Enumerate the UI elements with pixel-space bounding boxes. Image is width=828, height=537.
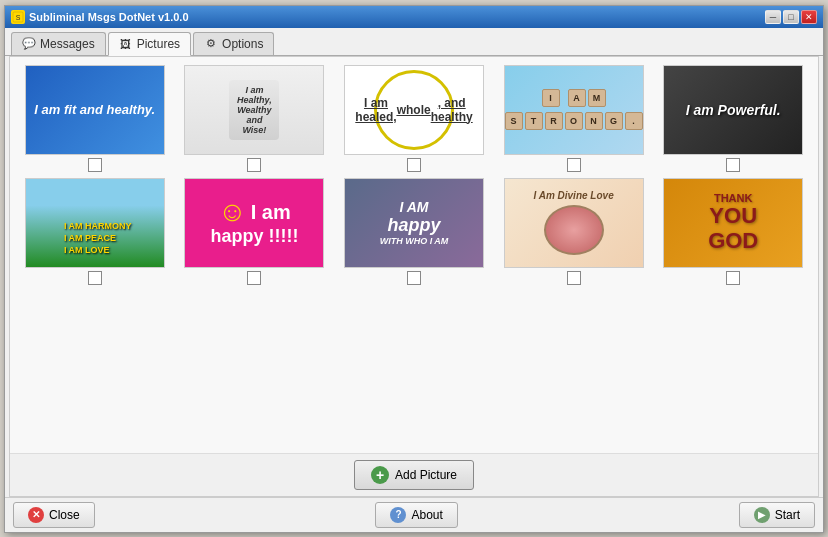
close-button[interactable]: ✕ Close [13, 502, 95, 528]
title-bar-controls: ─ □ ✕ [765, 10, 817, 24]
start-icon: ▶ [754, 507, 770, 523]
add-picture-bar: + Add Picture [10, 453, 818, 496]
gallery-image-7[interactable]: ☺ I am happy !!!!! [184, 178, 324, 268]
close-label: Close [49, 508, 80, 522]
image-content-2: I amHealthy,Wealthyand Wise! [185, 66, 323, 154]
minimize-button[interactable]: ─ [765, 10, 781, 24]
gallery-item-7: ☺ I am happy !!!!! [178, 178, 332, 285]
footer-bar: ✕ Close ? About ▶ Start [5, 497, 823, 532]
gallery-checkbox-7[interactable] [247, 271, 261, 285]
gallery-item-1: I am fit and healthy. [18, 65, 172, 172]
image-content-5: I am Powerful. [664, 66, 802, 154]
image-content-7: ☺ I am happy !!!!! [185, 179, 323, 267]
about-icon: ? [390, 507, 406, 523]
about-label: About [411, 508, 442, 522]
start-label: Start [775, 508, 800, 522]
messages-tab-icon: 💬 [22, 37, 36, 51]
add-picture-icon: + [371, 466, 389, 484]
gallery-checkbox-1[interactable] [88, 158, 102, 172]
pictures-tab-label: Pictures [137, 37, 180, 51]
maximize-button[interactable]: □ [783, 10, 799, 24]
image-content-4: I A M S T R O N [505, 66, 643, 154]
app-icon: S [11, 10, 25, 24]
svg-text:S: S [16, 14, 21, 21]
gallery-checkbox-4[interactable] [567, 158, 581, 172]
gallery-checkbox-3[interactable] [407, 158, 421, 172]
gallery-image-2[interactable]: I amHealthy,Wealthyand Wise! [184, 65, 324, 155]
gallery-area: I am fit and healthy. I amHealthy,Wealth… [10, 57, 818, 453]
gallery-image-6[interactable]: I AM HARMONY I AM PEACE I AM LOVE [25, 178, 165, 268]
start-button[interactable]: ▶ Start [739, 502, 815, 528]
gallery-item-2: I amHealthy,Wealthyand Wise! [178, 65, 332, 172]
window-title: Subliminal Msgs DotNet v1.0.0 [29, 11, 189, 23]
gallery-checkbox-9[interactable] [567, 271, 581, 285]
gallery-item-10: THANK YOU GOD [656, 178, 810, 285]
title-bar-left: S Subliminal Msgs DotNet v1.0.0 [11, 10, 189, 24]
gallery-checkbox-6[interactable] [88, 271, 102, 285]
messages-tab-label: Messages [40, 37, 95, 51]
image-content-3: I amhealed,whole, andhealthy [345, 66, 483, 154]
gallery-item-6: I AM HARMONY I AM PEACE I AM LOVE [18, 178, 172, 285]
close-window-button[interactable]: ✕ [801, 10, 817, 24]
tab-pictures[interactable]: 🖼 Pictures [108, 32, 191, 56]
gallery-item-9: I Am Divine Love [497, 178, 651, 285]
image-content-8: I AM happy WITH WHO I AM [345, 179, 483, 267]
gallery-checkbox-10[interactable] [726, 271, 740, 285]
tab-options[interactable]: ⚙ Options [193, 32, 274, 55]
image-content-6: I AM HARMONY I AM PEACE I AM LOVE [26, 179, 164, 267]
gallery-checkbox-5[interactable] [726, 158, 740, 172]
pictures-tab-icon: 🖼 [119, 37, 133, 51]
gallery-image-1[interactable]: I am fit and healthy. [25, 65, 165, 155]
image-content-9: I Am Divine Love [505, 179, 643, 267]
gallery-item-5: I am Powerful. [656, 65, 810, 172]
main-window: S Subliminal Msgs DotNet v1.0.0 ─ □ ✕ 💬 … [4, 5, 824, 533]
close-icon: ✕ [28, 507, 44, 523]
image-content-10: THANK YOU GOD [664, 179, 802, 267]
add-picture-button[interactable]: + Add Picture [354, 460, 474, 490]
options-tab-icon: ⚙ [204, 37, 218, 51]
gallery-image-8[interactable]: I AM happy WITH WHO I AM [344, 178, 484, 268]
gallery-image-5[interactable]: I am Powerful. [663, 65, 803, 155]
gallery-grid: I am fit and healthy. I amHealthy,Wealth… [18, 65, 810, 285]
gallery-image-10[interactable]: THANK YOU GOD [663, 178, 803, 268]
options-tab-label: Options [222, 37, 263, 51]
tabs-bar: 💬 Messages 🖼 Pictures ⚙ Options [5, 28, 823, 56]
about-button[interactable]: ? About [375, 502, 457, 528]
image-content-1: I am fit and healthy. [26, 66, 164, 154]
gallery-image-4[interactable]: I A M S T R O N [504, 65, 644, 155]
add-picture-label: Add Picture [395, 468, 457, 482]
gallery-image-9[interactable]: I Am Divine Love [504, 178, 644, 268]
tab-messages[interactable]: 💬 Messages [11, 32, 106, 55]
gallery-checkbox-8[interactable] [407, 271, 421, 285]
gallery-item-4: I A M S T R O N [497, 65, 651, 172]
gallery-image-3[interactable]: I amhealed,whole, andhealthy [344, 65, 484, 155]
gallery-item-8: I AM happy WITH WHO I AM [337, 178, 491, 285]
content-area: I am fit and healthy. I amHealthy,Wealth… [9, 56, 819, 497]
gallery-checkbox-2[interactable] [247, 158, 261, 172]
gallery-item-3: I amhealed,whole, andhealthy [337, 65, 491, 172]
title-bar: S Subliminal Msgs DotNet v1.0.0 ─ □ ✕ [5, 6, 823, 28]
